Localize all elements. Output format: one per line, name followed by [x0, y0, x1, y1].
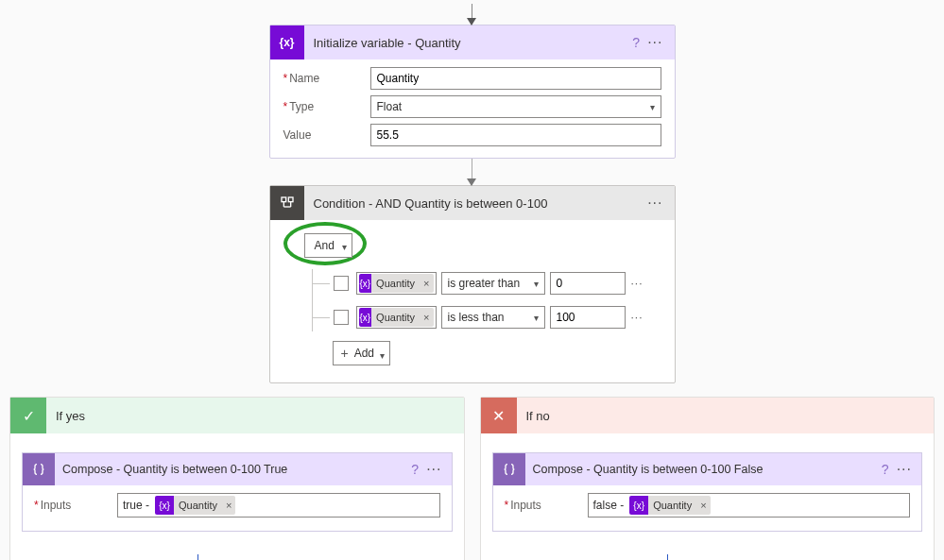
compose-title: Compose - Quantity is between 0-100 True — [55, 463, 407, 476]
row-more-button[interactable]: ··· — [626, 277, 644, 290]
variable-token-label: Quantity — [174, 496, 222, 515]
condition-card[interactable]: Condition - AND Quantity is between 0-10… — [269, 185, 676, 383]
condition-left-operand[interactable]: {x} Quantity × — [356, 306, 437, 329]
condition-row: {x} Quantity × is less than ▾ ··· — [313, 303, 661, 331]
inputs-static-text: true - — [121, 499, 153, 512]
row-more-button[interactable]: ··· — [626, 311, 644, 324]
help-icon[interactable]: ? — [407, 462, 422, 477]
chevron-down-icon: ▾ — [534, 313, 539, 323]
condition-icon — [270, 186, 304, 220]
condition-title: Condition - AND Quantity is between 0-10… — [304, 196, 644, 211]
help-icon[interactable]: ? — [628, 35, 644, 50]
cross-icon: ✕ — [481, 398, 517, 433]
condition-value-input[interactable] — [550, 272, 626, 295]
if-yes-label: If yes — [46, 409, 85, 423]
flow-arrow-incoming — [472, 4, 472, 25]
more-menu-button[interactable]: ··· — [422, 461, 445, 478]
if-no-header[interactable]: ✕ If no — [481, 398, 935, 433]
compose-header[interactable]: Compose - Quantity is between 0-100 Fals… — [493, 453, 922, 485]
initialize-variable-card[interactable]: {x} Initialize variable - Quantity ? ···… — [269, 25, 676, 159]
row-checkbox[interactable] — [334, 276, 349, 291]
inputs-label: *Inputs — [505, 499, 588, 512]
variable-token-label: Quantity — [371, 274, 420, 293]
more-menu-button[interactable]: ··· — [644, 34, 666, 51]
row-checkbox[interactable] — [334, 310, 349, 325]
more-menu-button[interactable]: ··· — [893, 461, 916, 478]
compose-icon — [493, 453, 525, 485]
help-icon[interactable]: ? — [878, 462, 893, 477]
compose-title: Compose - Quantity is between 0-100 Fals… — [525, 463, 878, 476]
compose-card-yes[interactable]: Compose - Quantity is between 0-100 True… — [22, 452, 453, 532]
inputs-label: *Inputs — [34, 499, 117, 512]
plus-icon: + — [341, 346, 349, 361]
if-no-branch: ✕ If no Compose - Quantity is between 0-… — [480, 397, 935, 560]
condition-header[interactable]: Condition - AND Quantity is between 0-10… — [270, 186, 675, 220]
logic-operator-select[interactable]: And ▾ — [304, 233, 352, 258]
initialize-variable-header[interactable]: {x} Initialize variable - Quantity ? ··· — [270, 25, 675, 59]
add-condition-button[interactable]: + Add ▾ — [333, 341, 391, 365]
remove-token-button[interactable]: × — [222, 496, 235, 515]
type-select[interactable]: Float ▾ — [370, 95, 661, 118]
condition-row: {x} Quantity × is greater than ▾ ··· — [313, 269, 661, 297]
inputs-field[interactable]: true - {x} Quantity × — [117, 493, 440, 518]
compose-header[interactable]: Compose - Quantity is between 0-100 True… — [23, 453, 452, 485]
chevron-down-icon: ▾ — [534, 279, 539, 289]
compose-icon — [23, 453, 55, 485]
variable-icon: {x} — [270, 25, 304, 59]
variable-token-icon: {x} — [629, 496, 648, 515]
chevron-down-icon: ▾ — [380, 350, 385, 361]
name-input[interactable] — [370, 67, 661, 90]
svg-rect-1 — [288, 197, 293, 202]
inputs-field[interactable]: false - {x} Quantity × — [588, 493, 911, 518]
more-menu-button[interactable]: ··· — [644, 195, 666, 212]
chevron-down-icon: ▾ — [342, 242, 347, 252]
name-label: *Name — [283, 72, 370, 85]
condition-value-input[interactable] — [550, 306, 626, 329]
operator-select[interactable]: is greater than ▾ — [441, 272, 545, 295]
value-label: Value — [283, 128, 370, 142]
variable-token-icon: {x} — [155, 496, 174, 515]
value-input[interactable] — [370, 124, 661, 146]
remove-token-button[interactable]: × — [420, 274, 433, 293]
variable-token-icon: {x} — [359, 308, 372, 327]
initialize-variable-title: Initialize variable - Quantity — [304, 36, 629, 50]
variable-token-icon: {x} — [359, 274, 372, 293]
compose-card-no[interactable]: Compose - Quantity is between 0-100 Fals… — [492, 452, 923, 532]
if-yes-branch: ✓ If yes Compose - Quantity is between 0… — [9, 397, 465, 560]
if-no-label: If no — [517, 409, 550, 423]
inputs-static-text: false - — [592, 499, 628, 512]
type-label: *Type — [283, 100, 370, 113]
flow-arrow-1 — [472, 159, 472, 185]
chevron-down-icon: ▾ — [650, 102, 655, 112]
remove-token-button[interactable]: × — [696, 496, 710, 515]
checkmark-icon: ✓ — [10, 398, 46, 433]
operator-select[interactable]: is less than ▾ — [441, 306, 545, 329]
variable-token-label: Quantity — [371, 308, 420, 327]
remove-token-button[interactable]: × — [420, 308, 433, 327]
svg-rect-0 — [282, 197, 286, 202]
variable-token-label: Quantity — [648, 496, 696, 515]
if-yes-header[interactable]: ✓ If yes — [10, 398, 464, 433]
condition-left-operand[interactable]: {x} Quantity × — [356, 272, 437, 295]
